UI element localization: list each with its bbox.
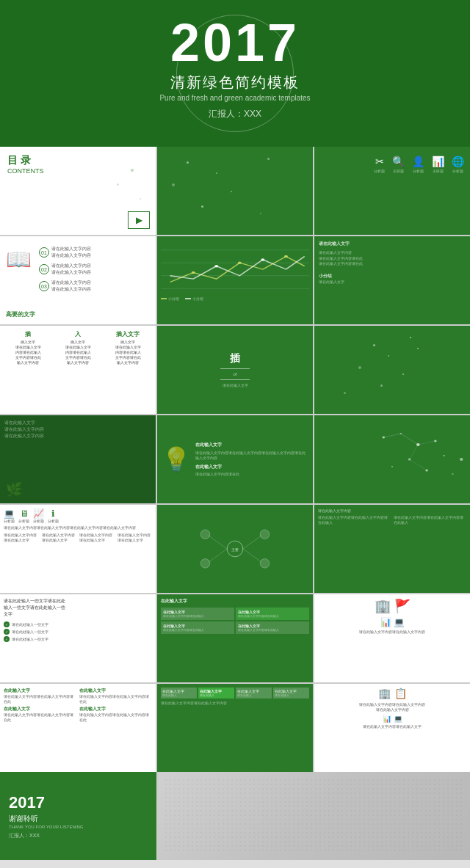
laptop2-icon: 💻: [394, 617, 405, 627]
svg-line-22: [410, 445, 419, 459]
scissors-icon: ✂: [375, 156, 384, 167]
slide-dark-green[interactable]: 请在此输入文字请在此输入文字内容请在此输入文字内容 🌿: [0, 415, 156, 503]
slide-colored-boxes[interactable]: 在此输入文字 请在此输入 在此输入文字 请在此输入 在此输入文字 请在此输入 在…: [157, 684, 313, 772]
slide-green-text-cols[interactable]: 请在此输入文字内容 请在此输入文字内容请在此输入文字内容请在此输入 请在此输入文…: [314, 505, 470, 593]
slide-center-title[interactable]: 插 of 请在此输入文字: [157, 326, 313, 414]
slide-checklist[interactable]: 请在此处输入一些文字请在此处输入一些文字请在此处输入一些文字 ✓ 请在此处输入一…: [0, 594, 156, 682]
text-columns: 请在此输入文字内容请在此输入文字内容请在此输入 请在此输入文字内容请在此输入文字…: [318, 515, 466, 525]
svg-line-29: [243, 549, 261, 562]
col-1: 插 插入文字请在此输入文字内容请在此输入文字内容请在此输入文字内容: [4, 330, 51, 365]
dot3: [358, 366, 361, 369]
building-text2: 请在此输入文字内容请在此输入文字内容请在此输入文字内容: [318, 702, 466, 712]
person-icon: 👤: [412, 156, 424, 167]
icon-label-2: 主研题: [393, 169, 404, 173]
dot1: [373, 344, 375, 346]
dot7: [344, 392, 346, 394]
dot-decoration3: [140, 198, 141, 200]
slide-subtitle: 高要的文字: [6, 310, 35, 318]
icon-label-4: 主研题: [433, 169, 444, 173]
data-box-2: 在此输入文字 请在此输入文字内容请在此输入: [236, 608, 309, 620]
svg-point-17: [452, 473, 453, 475]
center-content: 插 of 请在此输入文字: [220, 352, 250, 387]
list-text-1: 请在此输入文字内容请在此输入文字内容: [51, 246, 91, 259]
building3-icon: 🏢: [378, 688, 391, 699]
icon-item-3: 📈 分析题: [33, 508, 44, 523]
text-col1: 请在此输入文字内容请在此输入文字: [4, 533, 39, 542]
slide-lightbulb[interactable]: 💡 在此输入文字 请在此输入文字内容请在此输入文字内容请在此输入文字内容请在此输…: [157, 415, 313, 503]
dot2: [388, 355, 389, 357]
icon-label3: 分析题: [33, 519, 44, 523]
svg-point-8: [261, 258, 264, 261]
text-col2: 请在此输入文字内容请在此输入文字: [42, 533, 77, 542]
screen-icon: 🖥: [20, 508, 29, 519]
slide-icon-grid[interactable]: 💻 分析题 🖥 分析题 📈 分析题 ℹ 分析题 请在此输入文字内容请在此输入文字…: [0, 505, 156, 593]
slide-line-chart[interactable]: 小分组 小分组: [157, 236, 313, 324]
flag-icon: 🌐: [452, 156, 464, 167]
svg-text:主要: 主要: [231, 547, 239, 552]
text-cols: 请在此输入文字内容请在此输入文字 请在此输入文字内容请在此输入文字 请在此输入文…: [4, 533, 152, 542]
cbox4: 在此输入文字 请在此输入: [273, 688, 309, 699]
chart3-icon: 📊: [383, 715, 391, 723]
star-dot: [260, 213, 261, 214]
svg-point-18: [460, 458, 463, 461]
slide-numbered-list[interactable]: 📖 高要的文字 01 请在此输入文字内容请在此输入文字内容 02 请在此输入文字…: [0, 236, 156, 324]
slide-building-icons[interactable]: 🏢 🚩 📊 💻 请在此输入文字内容请在此输入文字内容: [314, 594, 470, 682]
checklist-text: 请在此处输入一些文字请在此处输入一些文字请在此处输入一些文字: [4, 598, 152, 618]
slide-scattered-dots[interactable]: [314, 326, 470, 414]
svg-point-32: [260, 530, 270, 539]
icon-col-4: 📊 主研题: [432, 156, 444, 173]
slide-4text-blocks[interactable]: 在此输入文字 请在此输入文字内容请在此输入文字内容请在此 在此输入文字 请在此输…: [0, 684, 156, 772]
slide-three-cols[interactable]: 插 插入文字请在此输入文字内容请在此输入文字内容请在此输入文字内容 入 插入文字…: [0, 326, 156, 414]
icon-col-3: 👤 分析题: [412, 156, 424, 173]
text-col4: 请在此输入文字内容请在此输入文字: [118, 533, 153, 542]
slide-circles[interactable]: 主要: [157, 505, 313, 593]
bulb-title2: 在此输入文字: [195, 464, 308, 470]
slide-data-boxes[interactable]: 在此输入文字 在此输入文字 请在此输入文字内容请在此输入 在此输入文字 请在此输…: [157, 594, 313, 682]
hero-reporter: 汇报人：XXX: [209, 108, 261, 120]
data-title: 在此输入文字: [161, 598, 309, 605]
building-icon: 🏢: [375, 598, 391, 614]
slide-gray: [158, 772, 470, 860]
block4-title: 在此输入文字: [79, 706, 153, 712]
slide-thankyou[interactable]: 2017 谢谢聆听 THANK YOU FOR YOUR LISTENING 汇…: [0, 772, 156, 860]
dot6: [417, 348, 419, 349]
cbox2-text: 请在此输入: [200, 693, 233, 697]
colored-boxes-row: 在此输入文字 请在此输入 在此输入文字 请在此输入 在此输入文字 请在此输入 在…: [161, 688, 309, 699]
circles-svg: 主要: [162, 509, 308, 588]
num-3: 03: [39, 281, 49, 291]
four-blocks: 在此输入文字 请在此输入文字内容请在此输入文字内容请在此 在此输入文字 请在此输…: [4, 688, 152, 722]
check-dot-3: ✓: [4, 636, 10, 642]
slide-icons-row[interactable]: ✂ 分析题 🔍 主研题 👤 分析题 📊 主研题 🌐 分析题: [314, 147, 470, 235]
block1: 在此输入文字 请在此输入文字内容请在此输入文字内容请在此: [4, 688, 77, 704]
check-2: ✓ 请在此处输入一些文字: [4, 629, 152, 635]
icon-label-1: 分析题: [374, 169, 385, 173]
thankyou-reporter: 汇报人：XXX: [9, 832, 148, 839]
chart2-icon: 📈: [33, 508, 44, 519]
slide-contents[interactable]: 目 录 CONTENTS ▶: [0, 147, 156, 235]
icon-label-5: 分析题: [452, 169, 463, 173]
icon-col-5: 🌐 分析题: [452, 156, 464, 173]
num-1: 01: [39, 247, 49, 258]
block2-text: 请在此输入文字内容请在此输入文字内容请在此: [79, 694, 153, 704]
slide-scatter[interactable]: [314, 415, 470, 503]
building-row: 🏢 📋: [318, 688, 466, 699]
info-icon: ℹ: [51, 508, 55, 519]
constellation-svg: [314, 415, 470, 503]
bulb-icon: 💡: [162, 445, 191, 473]
slide-building-text[interactable]: 🏢 📋 请在此输入文字内容请在此输入文字内容请在此输入文字内容 📊 💻 请在此输…: [314, 684, 470, 772]
slide-green-text[interactable]: 请在此输入文字 请在此输入文字内容 请在此输入文字内容请在此 请在此输入文字内容…: [314, 236, 470, 324]
list-item-2: 02 请在此输入文字内容请在此输入文字内容: [39, 263, 150, 276]
block3-title: 在此输入文字: [4, 706, 77, 712]
legend-line-2: [185, 298, 191, 299]
data-box-3: 在此输入文字 请在此输入文字内容请在此输入: [161, 621, 234, 634]
svg-point-30: [200, 530, 210, 539]
bulb-text: 请在此输入文字内容请在此输入文字内容请在此输入文字内容请在此输入文字内容: [195, 451, 308, 461]
presentation-icon: ▶: [128, 211, 150, 229]
slide-green-dots[interactable]: [157, 147, 313, 235]
block4: 在此输入文字 请在此输入文字内容请在此输入文字内容请在此: [79, 706, 153, 722]
divider2: [220, 379, 250, 380]
icon-col-2: 🔍 主研题: [392, 156, 405, 173]
dot5: [380, 384, 383, 387]
cbox1-text: 请在此输入: [162, 693, 195, 697]
icon-label: 分析题: [4, 519, 15, 523]
